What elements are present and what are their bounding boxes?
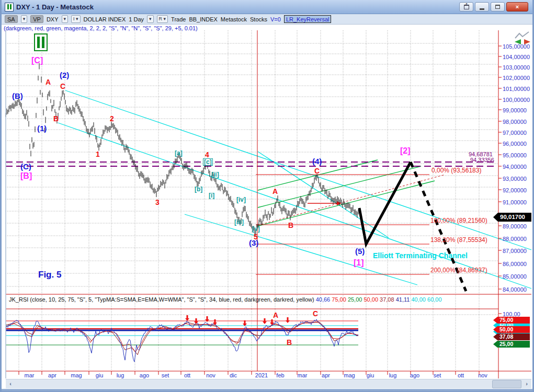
scroll-thumb[interactable]: [492, 380, 521, 388]
wave-ii-annotation: [34, 33, 48, 51]
sell-arrow-icon: [185, 315, 189, 321]
window-bottom-edge: [2, 389, 532, 392]
sell-arrow-icon: [213, 319, 217, 325]
sell-arrow-icon: [243, 320, 247, 326]
horizontal-scrollbar[interactable]: ‹ ›: [6, 379, 531, 388]
compare-arrows-icon[interactable]: [514, 31, 531, 45]
scroll-left-button[interactable]: ‹: [6, 380, 15, 388]
scroll-right-button[interactable]: ›: [522, 380, 531, 388]
metastock-window: DXY - 1 Day - Metastock × SA ▾ VP DXY ▾ …: [0, 0, 534, 392]
sell-arrow-icon: [286, 317, 290, 323]
main-chart-canvas[interactable]: [2, 0, 534, 392]
